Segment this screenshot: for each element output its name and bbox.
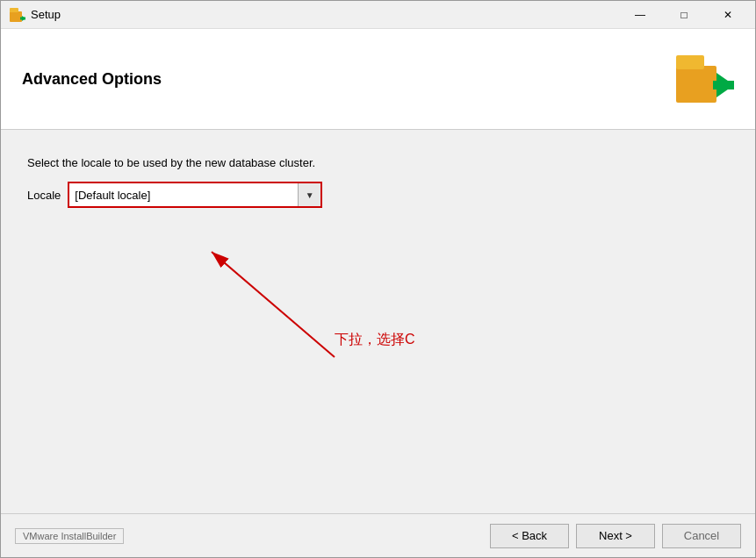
header-setup-icon — [673, 48, 734, 110]
svg-rect-4 — [676, 66, 716, 103]
title-bar-left: Setup — [8, 6, 61, 24]
svg-rect-7 — [713, 81, 734, 89]
next-button[interactable]: Next > — [576, 524, 655, 548]
annotation-arrow — [141, 234, 422, 410]
window-title: Setup — [31, 8, 61, 21]
svg-rect-0 — [10, 11, 22, 22]
maximize-button[interactable]: □ — [664, 3, 704, 27]
title-bar: Setup — □ ✕ — [1, 1, 755, 29]
annotation-text: 下拉，选择C — [335, 331, 415, 349]
footer-bar: VMware InstallBuilder < Back Next > Canc… — [1, 513, 755, 557]
locale-select-wrapper: [Default locale] C en_US en_GB de_DE fr_… — [68, 182, 322, 208]
header-section: Advanced Options — [1, 29, 755, 130]
brand-label: VMware InstallBuilder — [15, 528, 124, 544]
title-bar-controls: — □ ✕ — [620, 3, 748, 27]
locale-label: Locale — [27, 189, 61, 202]
select-arrow-icon[interactable]: ▼ — [298, 183, 320, 206]
close-button[interactable]: ✕ — [708, 3, 748, 27]
footer-buttons: < Back Next > Cancel — [490, 524, 741, 548]
back-button[interactable]: < Back — [490, 524, 569, 548]
svg-rect-2 — [20, 17, 25, 19]
minimize-button[interactable]: — — [620, 3, 660, 27]
setup-icon — [8, 6, 25, 24]
content-area: Select the locale to be used by the new … — [1, 130, 755, 513]
description-text: Select the locale to be used by the new … — [27, 156, 729, 169]
svg-rect-5 — [676, 55, 704, 69]
annotation-container: 下拉，选择C — [27, 225, 729, 496]
locale-row: Locale [Default locale] C en_US en_GB de… — [27, 182, 729, 208]
locale-select[interactable]: [Default locale] C en_US en_GB de_DE fr_… — [69, 183, 298, 206]
setup-window: Setup — □ ✕ Advanced Options Select the … — [0, 0, 756, 558]
svg-line-8 — [212, 252, 335, 357]
cancel-button[interactable]: Cancel — [662, 524, 741, 548]
page-title: Advanced Options — [22, 70, 162, 89]
svg-rect-3 — [10, 8, 18, 12]
